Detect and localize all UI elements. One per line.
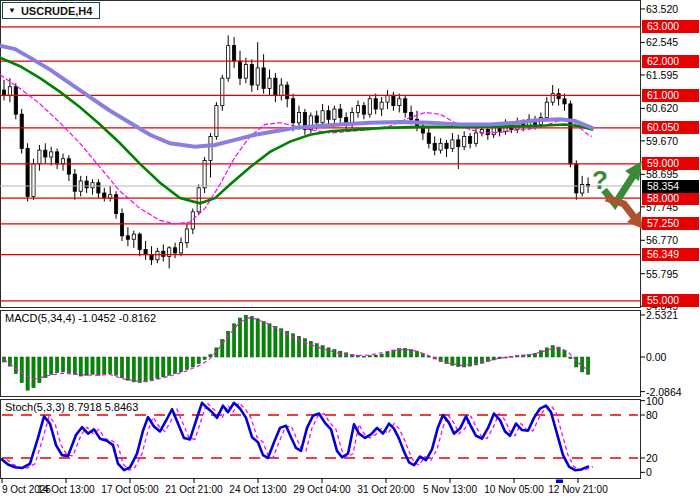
price-tick-label: 55.795 bbox=[646, 268, 678, 280]
dropdown-arrow-icon: ▼ bbox=[8, 7, 16, 15]
candle-body bbox=[221, 78, 224, 105]
macd-bar bbox=[368, 356, 371, 357]
candle-body bbox=[238, 61, 241, 78]
candle-body bbox=[138, 234, 141, 249]
candle-body bbox=[321, 111, 324, 123]
macd-bar bbox=[26, 357, 29, 390]
candle-body bbox=[569, 104, 572, 164]
candle-body bbox=[457, 140, 460, 147]
macd-bar bbox=[120, 357, 123, 378]
candle-body bbox=[327, 111, 330, 120]
stoch-tick-label: 100 bbox=[646, 395, 664, 407]
candle-body bbox=[427, 133, 430, 143]
candle-body bbox=[91, 183, 94, 188]
macd-bar bbox=[191, 357, 194, 367]
candle-body bbox=[445, 143, 448, 148]
candle-body bbox=[61, 159, 64, 164]
symbol-label-text: USCRUDE,H4 bbox=[21, 5, 93, 17]
stoch-tick-label: 0 bbox=[646, 466, 652, 478]
candle-body bbox=[32, 164, 35, 197]
candle-body bbox=[297, 112, 300, 122]
macd-bar bbox=[179, 357, 182, 372]
macd-bar bbox=[115, 357, 118, 375]
macd-bar bbox=[233, 324, 236, 357]
candle-body bbox=[486, 130, 489, 135]
candle-body bbox=[374, 99, 377, 109]
candle-body bbox=[144, 250, 147, 255]
macd-bar bbox=[14, 357, 17, 374]
macd-bar bbox=[197, 357, 200, 364]
candle-body bbox=[563, 99, 566, 104]
candle-body bbox=[433, 143, 436, 150]
macd-bar bbox=[457, 357, 460, 367]
macd-bar bbox=[250, 316, 253, 357]
candle-body bbox=[362, 106, 365, 115]
macd-bar bbox=[56, 357, 59, 373]
time-tick-label: 14 Oct 13:00 bbox=[37, 484, 94, 495]
candle-body bbox=[120, 214, 123, 236]
candle-body bbox=[50, 152, 53, 157]
macd-indicator-label: MACD(5,34,4) -1.0452 -0.8162 bbox=[5, 312, 156, 324]
candle-body bbox=[174, 248, 177, 253]
chart-canvas bbox=[0, 0, 700, 500]
macd-bar bbox=[162, 357, 165, 377]
macd-bar bbox=[587, 357, 590, 374]
candle-body bbox=[368, 99, 371, 114]
macd-bar bbox=[575, 357, 578, 367]
candle-body bbox=[292, 99, 295, 123]
candle-body bbox=[227, 46, 230, 79]
candle-body bbox=[150, 255, 153, 260]
macd-bar bbox=[280, 329, 283, 357]
candle-body bbox=[126, 236, 129, 239]
macd-bar bbox=[203, 357, 206, 359]
macd-bar bbox=[61, 357, 64, 372]
candle-body bbox=[8, 87, 11, 96]
candle-body bbox=[203, 160, 206, 187]
candle-body bbox=[410, 112, 413, 119]
price-tick-label: 63.520 bbox=[646, 3, 678, 15]
candle-body bbox=[557, 94, 560, 99]
candle-body bbox=[209, 136, 212, 160]
candle-body bbox=[575, 164, 578, 193]
time-axis-marker bbox=[556, 480, 563, 484]
macd-bar bbox=[539, 351, 542, 357]
candle-body bbox=[339, 109, 342, 118]
macd-bar bbox=[286, 331, 289, 357]
price-level-tag: 60.050 bbox=[642, 121, 699, 134]
candle-body bbox=[97, 183, 100, 193]
macd-bar bbox=[38, 357, 41, 383]
candle-body bbox=[44, 150, 47, 157]
candle-body bbox=[250, 64, 253, 85]
candle-body bbox=[463, 136, 466, 146]
time-tick-label: 21 Oct 21:00 bbox=[165, 484, 222, 495]
macd-panel bbox=[2, 315, 590, 390]
symbol-timeframe-label[interactable]: ▼ USCRUDE,H4 bbox=[2, 2, 100, 19]
candle-body bbox=[380, 102, 383, 109]
candle-body bbox=[103, 193, 106, 198]
macd-bar bbox=[238, 318, 241, 357]
candle-body bbox=[233, 46, 236, 61]
price-level-tag: 55.000 bbox=[642, 294, 699, 307]
stoch-indicator-label: Stoch(5,3,3) 8.7918 5.8463 bbox=[5, 401, 138, 413]
macd-bar bbox=[91, 357, 94, 374]
candle-body bbox=[179, 243, 182, 253]
macd-bar bbox=[20, 357, 23, 383]
candle-body bbox=[197, 188, 200, 212]
macd-bar bbox=[174, 357, 177, 374]
macd-bar bbox=[244, 315, 247, 357]
candle-body bbox=[132, 234, 135, 239]
time-tick-label: 29 Oct 04:00 bbox=[293, 484, 350, 495]
candle-body bbox=[451, 140, 454, 149]
main-price-panel bbox=[0, 27, 640, 301]
candle-body bbox=[386, 95, 389, 102]
candle-body bbox=[26, 148, 29, 196]
price-tick-label: 61.595 bbox=[646, 69, 678, 81]
macd-bar bbox=[32, 357, 35, 388]
time-tick-label: 10 Nov 05:00 bbox=[484, 484, 544, 495]
macd-bar bbox=[209, 355, 212, 357]
candle-body bbox=[439, 143, 442, 150]
time-tick-label: 12 Nov 21:00 bbox=[548, 484, 608, 495]
candle-body bbox=[274, 78, 277, 95]
question-mark-annotation: ? bbox=[592, 165, 608, 196]
macd-bar bbox=[44, 357, 47, 378]
